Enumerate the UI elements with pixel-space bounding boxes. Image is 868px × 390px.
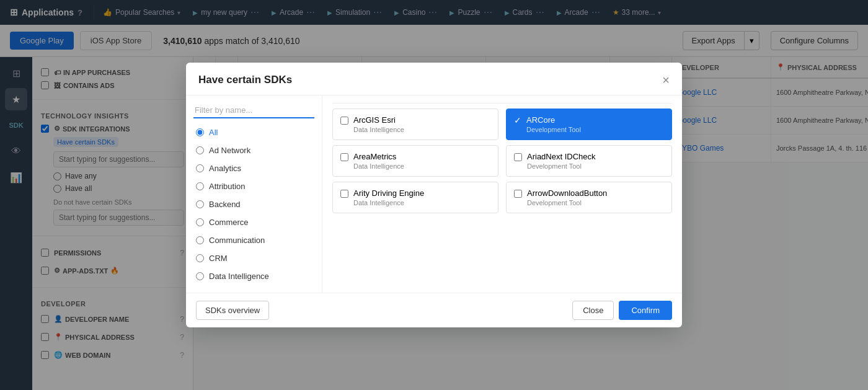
sdks-overview-button[interactable]: SDKs overview xyxy=(196,301,269,320)
category-all[interactable]: All xyxy=(186,123,322,141)
sdk-arcore[interactable]: ✓ ARCore Development Tool xyxy=(506,109,672,140)
sdk-arcgis[interactable]: ArcGIS Esri Data Intelligence xyxy=(332,109,498,140)
category-attribution[interactable]: Attribution xyxy=(186,177,322,195)
category-analytics[interactable]: Analytics xyxy=(186,159,322,177)
modal-header: Have certain SDKs × xyxy=(186,63,682,95)
sdk-arity-checkbox[interactable] xyxy=(340,190,348,198)
sdk-arrowdownload[interactable]: ArrowDownloadButton Development Tool xyxy=(506,182,672,213)
sdk-modal: Have certain SDKs × All Ad Network Analy… xyxy=(186,63,682,327)
modal-overlay: Have certain SDKs × All Ad Network Analy… xyxy=(0,0,868,390)
sdk-col-1: ArcGIS Esri Data Intelligence AreaMetric… xyxy=(332,109,498,213)
sdk-ariadnext[interactable]: AriadNext IDCheck Development Tool xyxy=(506,145,672,177)
sdk-filter-input[interactable] xyxy=(193,103,314,118)
category-backend[interactable]: Backend xyxy=(186,195,322,213)
sdk-col-2: ✓ ARCore Development Tool AriadNext IDCh… xyxy=(506,109,672,213)
modal-body: All Ad Network Analytics Attribution Bac… xyxy=(186,95,682,293)
modal-footer: SDKs overview Close Confirm xyxy=(186,293,682,327)
category-data-intelligence[interactable]: Data Intelligence xyxy=(186,267,322,285)
category-commerce[interactable]: Commerce xyxy=(186,213,322,231)
modal-title: Have certain SDKs xyxy=(198,74,292,86)
modal-sdk-panel: ArcGIS Esri Data Intelligence AreaMetric… xyxy=(322,95,682,293)
modal-category-panel: All Ad Network Analytics Attribution Bac… xyxy=(186,95,322,293)
sdk-ariadnext-checkbox[interactable] xyxy=(514,153,522,161)
footer-actions: Close Confirm xyxy=(572,301,672,320)
category-crm[interactable]: CRM xyxy=(186,249,322,267)
sdk-arrowdownload-checkbox[interactable] xyxy=(514,190,522,198)
modal-confirm-button[interactable]: Confirm xyxy=(619,301,672,320)
sdk-arcgis-checkbox[interactable] xyxy=(340,117,348,125)
sdk-areametrics-checkbox[interactable] xyxy=(340,153,348,161)
sdk-areametrics[interactable]: AreaMetrics Data Intelligence xyxy=(332,145,498,177)
modal-close-action-button[interactable]: Close xyxy=(572,301,614,320)
modal-close-button[interactable]: × xyxy=(662,74,670,86)
sdk-arity[interactable]: Arity Driving Engine Data Intelligence xyxy=(332,182,498,213)
sdk-arcore-check-icon: ✓ xyxy=(514,115,521,125)
category-communication[interactable]: Communication xyxy=(186,231,322,249)
sdk-grid: ArcGIS Esri Data Intelligence AreaMetric… xyxy=(332,103,672,213)
category-ad-network[interactable]: Ad Network xyxy=(186,141,322,159)
